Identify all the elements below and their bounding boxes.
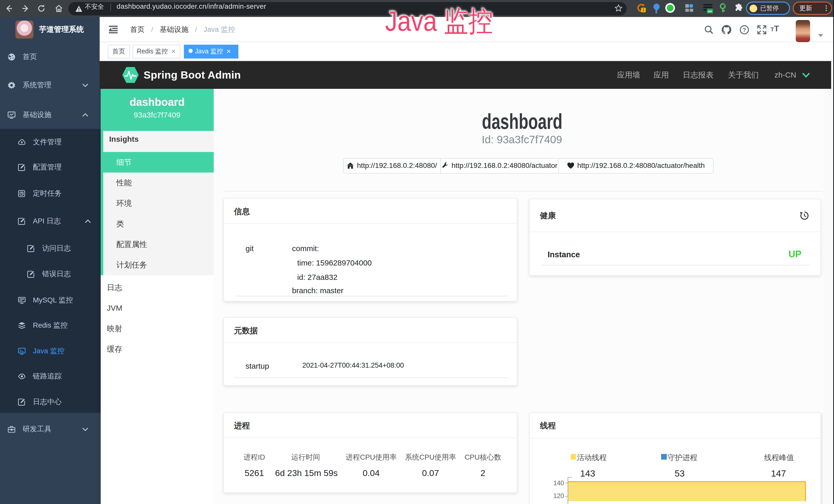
svg-text:on: on [708,9,712,13]
svg-text:?: ? [742,27,746,33]
svg-text:1: 1 [642,7,644,12]
